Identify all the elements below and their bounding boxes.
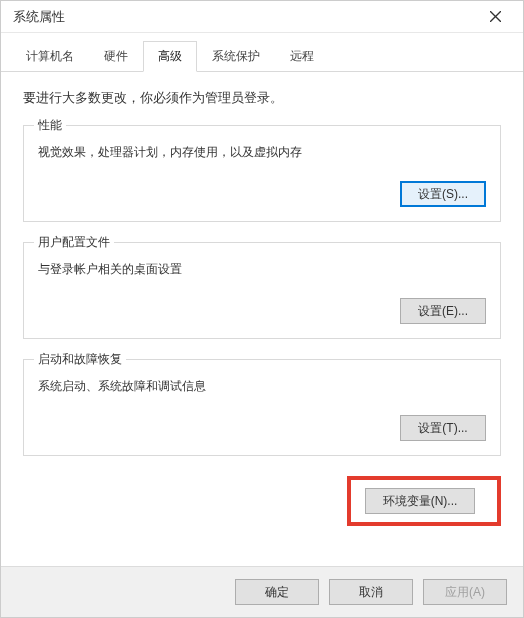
system-properties-window: 系统属性 计算机名 硬件 高级 系统保护 远程 要进行大多数更改，你必须作为管理… xyxy=(0,0,524,618)
cancel-button[interactable]: 取消 xyxy=(329,579,413,605)
tab-remote[interactable]: 远程 xyxy=(275,41,329,71)
user-profiles-group: 用户配置文件 与登录帐户相关的桌面设置 设置(E)... xyxy=(23,242,501,339)
admin-notice: 要进行大多数更改，你必须作为管理员登录。 xyxy=(23,90,501,107)
startup-button-row: 设置(T)... xyxy=(38,415,486,441)
environment-variables-button[interactable]: 环境变量(N)... xyxy=(365,488,475,514)
performance-desc: 视觉效果，处理器计划，内存使用，以及虚拟内存 xyxy=(38,144,486,161)
user-profiles-settings-button[interactable]: 设置(E)... xyxy=(400,298,486,324)
window-title: 系统属性 xyxy=(9,8,475,26)
performance-title: 性能 xyxy=(34,117,66,134)
close-button[interactable] xyxy=(475,2,515,32)
tab-strip: 计算机名 硬件 高级 系统保护 远程 xyxy=(1,33,523,72)
performance-button-row: 设置(S)... xyxy=(38,181,486,207)
startup-desc: 系统启动、系统故障和调试信息 xyxy=(38,378,486,395)
close-icon xyxy=(490,11,501,22)
titlebar: 系统属性 xyxy=(1,1,523,33)
tab-hardware[interactable]: 硬件 xyxy=(89,41,143,71)
user-profiles-button-row: 设置(E)... xyxy=(38,298,486,324)
tab-advanced[interactable]: 高级 xyxy=(143,41,197,72)
apply-button[interactable]: 应用(A) xyxy=(423,579,507,605)
performance-settings-button[interactable]: 设置(S)... xyxy=(400,181,486,207)
ok-button[interactable]: 确定 xyxy=(235,579,319,605)
env-highlight-box: 环境变量(N)... xyxy=(347,476,501,526)
performance-group: 性能 视觉效果，处理器计划，内存使用，以及虚拟内存 设置(S)... xyxy=(23,125,501,222)
dialog-footer: 确定 取消 应用(A) xyxy=(1,566,523,617)
env-variables-row: 环境变量(N)... xyxy=(23,476,501,526)
tab-computer-name[interactable]: 计算机名 xyxy=(11,41,89,71)
startup-title: 启动和故障恢复 xyxy=(34,351,126,368)
tab-content-advanced: 要进行大多数更改，你必须作为管理员登录。 性能 视觉效果，处理器计划，内存使用，… xyxy=(1,72,523,566)
user-profiles-desc: 与登录帐户相关的桌面设置 xyxy=(38,261,486,278)
tab-system-protection[interactable]: 系统保护 xyxy=(197,41,275,71)
user-profiles-title: 用户配置文件 xyxy=(34,234,114,251)
startup-recovery-group: 启动和故障恢复 系统启动、系统故障和调试信息 设置(T)... xyxy=(23,359,501,456)
startup-settings-button[interactable]: 设置(T)... xyxy=(400,415,486,441)
